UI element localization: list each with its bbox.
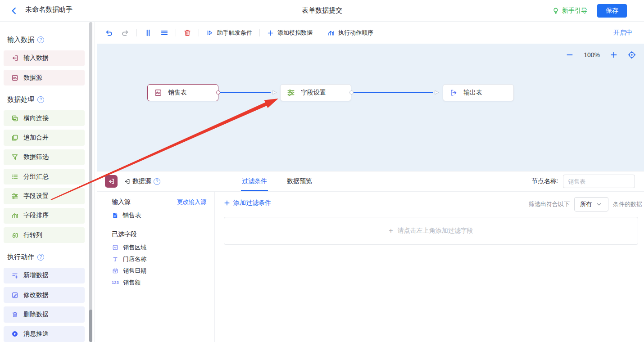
help-icon[interactable]: ? xyxy=(37,254,44,261)
filter-conditions-panel: 添加过滤条件 筛选出符合以下 所有 条件的数据 + 请点击左上角添加过滤字段 xyxy=(215,192,644,342)
field-row[interactable]: 门店名称 xyxy=(112,253,206,265)
sidebar-item-delete-data[interactable]: 删除数据 xyxy=(4,306,85,322)
sidebar-item-add-data[interactable]: 新增数据 xyxy=(4,268,85,284)
sidebar-item-datasource[interactable]: 数据源 xyxy=(4,70,85,86)
sidebar-item-message-push[interactable]: 消息推送 xyxy=(4,326,85,342)
add-data-icon xyxy=(11,272,18,279)
edge-line xyxy=(354,92,433,93)
sidebar-item-edit-data[interactable]: 修改数据 xyxy=(4,287,85,303)
document-icon xyxy=(112,212,118,219)
tab-data-preview[interactable]: 数据预览 xyxy=(286,171,313,191)
tab-filter-conditions[interactable]: 过滤条件 xyxy=(241,171,268,191)
export-icon xyxy=(449,89,458,97)
sidebar-scrollbar-track xyxy=(89,22,92,342)
help-icon[interactable]: ? xyxy=(37,36,44,43)
number-field-icon: 123 xyxy=(112,280,119,285)
help-icon[interactable]: ? xyxy=(37,96,44,103)
delete-data-icon xyxy=(11,311,18,318)
action-order-label: 执行动作顺序 xyxy=(338,29,373,37)
node-label: 销售表 xyxy=(168,89,187,97)
source-file-name: 销售表 xyxy=(122,212,141,220)
section-title: 执行动作 xyxy=(7,253,34,261)
plus-icon xyxy=(224,200,230,206)
redo-icon[interactable] xyxy=(121,29,129,37)
action-order-button[interactable]: 执行动作顺序 xyxy=(327,29,373,37)
row-to-column-icon xyxy=(11,232,18,239)
add-filter-label: 添加过滤条件 xyxy=(233,199,271,207)
date-field-icon xyxy=(112,268,119,274)
input-source-panel: 输入源 更改输入源 销售表 已选字段 销售区域 xyxy=(97,192,215,342)
field-row[interactable]: 销售日期 xyxy=(112,265,206,277)
node-output-port[interactable] xyxy=(216,90,220,94)
append-icon xyxy=(11,134,18,141)
field-settings-icon xyxy=(287,89,295,97)
sidebar-scrollbar-thumb[interactable] xyxy=(89,310,92,342)
node-output-port[interactable] xyxy=(349,90,354,94)
node-name-input[interactable] xyxy=(563,175,635,188)
match-mode-select[interactable]: 所有 xyxy=(574,197,608,212)
filter-empty-hint: 请点击左上角添加过滤字段 xyxy=(398,227,473,235)
sidebar-item-join[interactable]: 横向连接 xyxy=(4,110,85,126)
trigger-condition-button[interactable]: 助手触发条件 xyxy=(206,29,252,37)
node-label: 输出表 xyxy=(463,89,482,97)
sidebar-item-group[interactable]: 分组汇总 xyxy=(4,169,85,184)
match-mode-value: 所有 xyxy=(580,200,592,208)
import-icon xyxy=(11,54,18,62)
add-filter-button[interactable]: 添加过滤条件 xyxy=(224,199,271,207)
sidebar-item-label: 修改数据 xyxy=(23,291,49,299)
sidebar-item-pivot[interactable]: 行转列 xyxy=(4,227,85,243)
datasource-icon xyxy=(154,89,162,97)
zoom-out-icon[interactable] xyxy=(566,51,573,58)
save-button[interactable]: 保存 xyxy=(597,4,627,18)
join-icon xyxy=(11,115,18,122)
sidebar-item-input-data[interactable]: 输入数据 xyxy=(4,50,85,66)
undo-icon[interactable] xyxy=(105,29,113,37)
group-summary-icon xyxy=(11,173,18,180)
distribute-horizontal-icon[interactable] xyxy=(144,29,152,37)
change-input-source-link[interactable]: 更改输入源 xyxy=(177,198,206,206)
app-title[interactable]: 未命名数据助手 xyxy=(25,5,73,16)
field-row[interactable]: 销售区域 xyxy=(112,242,206,253)
sidebar-item-filter[interactable]: 数据筛选 xyxy=(4,149,85,165)
align-horizontal-icon[interactable] xyxy=(160,29,168,37)
source-file-row[interactable]: 销售表 xyxy=(112,212,206,220)
node-field-settings[interactable]: 字段设置 xyxy=(280,84,351,101)
lightbulb-icon xyxy=(552,7,559,14)
zoom-in-icon[interactable] xyxy=(610,51,617,58)
sidebar-item-label: 行转列 xyxy=(23,231,42,239)
fit-view-icon[interactable] xyxy=(628,51,636,59)
play-bar-icon xyxy=(206,29,213,36)
sidebar-item-append[interactable]: 追加合并 xyxy=(4,130,85,145)
sidebar-item-field-sort[interactable]: 字段排序 xyxy=(4,208,85,224)
filter-empty-state[interactable]: + 请点击左上角添加过滤字段 xyxy=(224,217,638,245)
trash-icon[interactable] xyxy=(183,29,191,37)
node-output-table[interactable]: 输出表 xyxy=(443,84,514,101)
node-sales-table[interactable]: 销售表 xyxy=(147,84,218,101)
selected-fields-title: 已选字段 xyxy=(112,230,206,238)
filter-icon xyxy=(11,153,18,161)
workflow-status[interactable]: 开启中 xyxy=(613,29,632,37)
help-icon[interactable]: ? xyxy=(154,178,160,185)
sidebar: 输入数据 ? 输入数据 数据源 数据处理 ? 横向连接 追加合并 数据筛选 xyxy=(0,22,89,342)
sidebar-item-label: 数据源 xyxy=(23,74,42,82)
sidebar-item-field-settings[interactable]: 字段设置 xyxy=(4,188,85,204)
plus-icon: + xyxy=(389,227,393,235)
sidebar-item-label: 输入数据 xyxy=(23,54,49,62)
field-row[interactable]: 123 销售额 xyxy=(112,277,206,288)
sidebar-divider xyxy=(95,22,95,342)
add-mock-data-label: 添加模拟数据 xyxy=(277,29,313,37)
topbar: 未命名数据助手 表单数据提交 新手引导 保存 xyxy=(0,0,644,22)
message-push-icon xyxy=(11,330,18,338)
selected-fields-list: 销售区域 门店名称 销售日期 123 销售额 xyxy=(112,242,206,288)
field-settings-icon xyxy=(11,193,18,200)
section-title: 数据处理 xyxy=(7,95,34,104)
beginner-guide-link[interactable]: 新手引导 xyxy=(552,7,587,15)
sidebar-section-process: 数据处理 ? xyxy=(7,95,89,104)
panel-header: 数据源 ? 过滤条件 数据预览 节点名称: xyxy=(97,171,644,192)
toolbar-divider xyxy=(320,29,320,36)
back-icon[interactable] xyxy=(10,7,18,15)
add-mock-data-button[interactable]: 添加模拟数据 xyxy=(267,29,313,37)
datasource-icon xyxy=(11,74,18,81)
field-label: 销售额 xyxy=(123,279,141,287)
flow-canvas[interactable]: 100% 销售表 字段设置 输出表 xyxy=(97,44,644,171)
